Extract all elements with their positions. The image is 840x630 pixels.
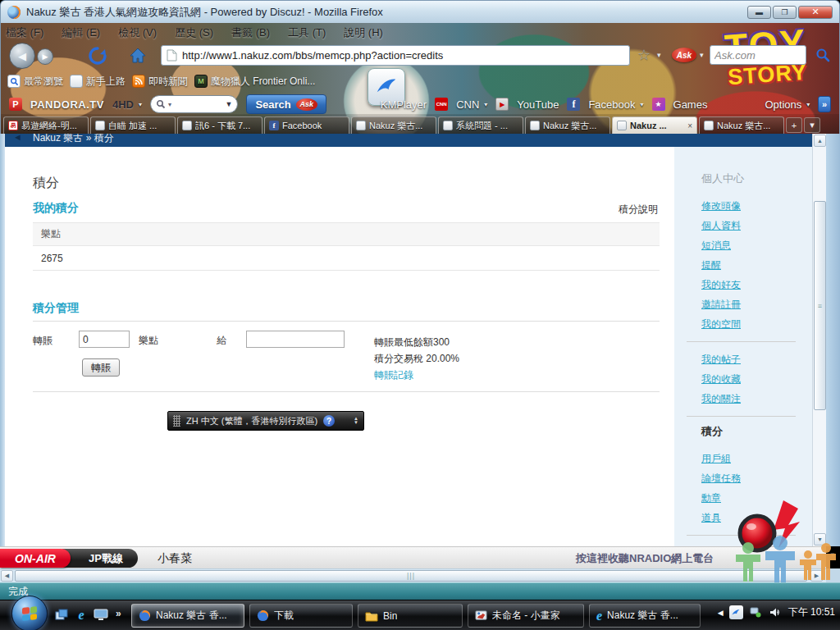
go-search-icon[interactable] xyxy=(815,48,830,66)
tab-aimbot[interactable]: 自瞄 加速 ... xyxy=(90,116,176,134)
close-button[interactable]: ✕ xyxy=(798,6,833,19)
bookmark-monster-hunter[interactable]: M魔物獵人 Frontier Onli... xyxy=(194,75,315,89)
tab-yoyo-network[interactable]: 易 易遊網絡-明... xyxy=(3,116,89,134)
drag-grip-icon[interactable] xyxy=(173,415,180,427)
bookmark-most-visited[interactable]: 最常瀏覽 xyxy=(7,75,63,89)
toolbar-item-cnn[interactable]: CNN xyxy=(456,98,479,111)
pandora-tv-brand[interactable]: PANDORA.TV xyxy=(30,98,104,111)
sidebar-link-favorites[interactable]: 我的收藏 xyxy=(701,369,812,389)
search-ask-button[interactable]: Search Ask xyxy=(246,94,326,114)
search-box[interactable] xyxy=(710,45,806,65)
minimize-button[interactable]: ▬ xyxy=(747,6,771,19)
toolbar-search-box[interactable]: ▾ ▼ xyxy=(150,95,238,113)
search-input[interactable] xyxy=(714,46,801,64)
scrollbar-thumb[interactable]: ≡ xyxy=(814,201,826,410)
help-icon[interactable]: ? xyxy=(323,415,335,427)
list-all-tabs-icon[interactable]: ▾ xyxy=(804,117,820,133)
sidebar-link-medals[interactable]: 勳章 xyxy=(701,488,812,508)
tray-network-icon[interactable] xyxy=(749,605,763,619)
chevron-down-icon[interactable]: ▾ xyxy=(484,101,487,108)
scroll-up-icon[interactable]: ▲ xyxy=(814,135,826,147)
toolbar-item-youtube[interactable]: YouTube xyxy=(517,98,559,111)
menu-history[interactable]: 歷史 (S) xyxy=(175,25,213,40)
tab-nakuz-1[interactable]: Nakuz 樂古... xyxy=(351,116,436,134)
start-button[interactable] xyxy=(11,596,48,630)
spinner-arrows-icon[interactable]: ▲▼ xyxy=(354,417,358,425)
bookmark-getting-started[interactable]: 新手上路 xyxy=(70,75,126,89)
tab-close-icon[interactable]: × xyxy=(687,121,692,130)
tab-download[interactable]: 訊6 - 下載 7... xyxy=(177,116,262,134)
scrollbar-thumb[interactable]: ||| xyxy=(15,570,807,582)
toolbar-item-games[interactable]: Games xyxy=(673,98,708,111)
tray-expand-icon[interactable]: ◀ xyxy=(718,609,724,617)
sidebar-link-avatar[interactable]: 修改頭像 xyxy=(701,196,812,216)
new-tab-button[interactable]: + xyxy=(786,117,802,133)
sidebar-link-tasks[interactable]: 論壇任務 xyxy=(701,468,812,488)
menu-edit[interactable]: 編輯 (E) xyxy=(62,25,100,40)
sidebar-link-reminders[interactable]: 提醒 xyxy=(701,255,812,275)
url-dropdown-icon[interactable]: ▾ xyxy=(657,51,661,59)
chevron-down-icon[interactable]: ▾ xyxy=(806,101,810,108)
chevron-down-icon[interactable]: ▾ xyxy=(139,101,142,108)
scroll-down-icon[interactable]: ▼ xyxy=(814,533,826,546)
quicklaunch-internet-explorer-icon[interactable]: e xyxy=(72,606,90,624)
menu-file[interactable]: 檔案 (F) xyxy=(6,25,43,40)
tray-volume-icon[interactable] xyxy=(769,605,783,619)
sidebar-link-posts[interactable]: 我的帖子 xyxy=(701,349,812,369)
chevron-down-icon[interactable]: ▼ xyxy=(225,100,232,108)
reload-icon[interactable] xyxy=(87,45,108,66)
quicklaunch-switch-windows-icon[interactable] xyxy=(52,606,71,624)
transfer-record-link[interactable]: 轉賬記錄 xyxy=(374,369,413,381)
taskbar-button-paint[interactable]: 未命名 - 小畫家 xyxy=(468,604,584,628)
menu-help[interactable]: 說明 (H) xyxy=(344,25,383,40)
menu-tools[interactable]: 工具 (T) xyxy=(288,25,326,40)
sidebar-link-invite[interactable]: 邀請註冊 xyxy=(701,294,812,314)
tab-nakuz-2[interactable]: Nakuz 樂古... xyxy=(525,116,610,134)
tab-nakuz-3[interactable]: Nakuz 樂古... xyxy=(699,116,784,134)
scroll-left-icon[interactable]: ◀ xyxy=(1,570,13,582)
ask-engine-icon[interactable]: Ask xyxy=(672,48,696,62)
tab-facebook[interactable]: f Facebook xyxy=(264,116,349,134)
toolbar-item-facebook[interactable]: Facebook xyxy=(588,98,635,111)
tray-kmplayer-icon[interactable] xyxy=(729,605,743,619)
engine-dropdown-icon[interactable]: ▾ xyxy=(700,51,704,59)
horizontal-scrollbar[interactable]: ◀ ||| ▶ xyxy=(0,568,826,582)
sidebar-link-messages[interactable]: 短消息 xyxy=(701,235,812,255)
sidebar-link-profile[interactable]: 個人資料 xyxy=(701,216,812,235)
taskbar-clock[interactable]: 下午 10:51 xyxy=(788,605,835,619)
toolbar-item-kmplayer[interactable]: KMPlayer xyxy=(381,98,427,111)
sidebar-link-usergroup[interactable]: 用戶組 xyxy=(701,449,812,468)
credits-help-link[interactable]: 積分說明 xyxy=(619,203,658,217)
home-icon[interactable] xyxy=(128,46,148,66)
bookmark-latest-news[interactable]: 即時新聞 xyxy=(132,75,188,89)
taskbar-button-firefox-nakuz[interactable]: Nakuz 樂古 香... xyxy=(131,604,244,628)
taskbar-button-ie-nakuz[interactable]: e Nakuz 樂古 香... xyxy=(589,604,701,628)
chevron-down-icon[interactable]: ▼ xyxy=(829,551,836,559)
url-bar[interactable] xyxy=(161,45,630,66)
menu-bookmarks[interactable]: 書籤 (B) xyxy=(231,25,270,40)
menu-view[interactable]: 檢視 (V) xyxy=(118,25,157,40)
language-selector-bar[interactable]: ZH 中文 (繁體，香港特別行政區) ? ▲▼ xyxy=(167,411,364,431)
sidebar-link-friends[interactable]: 我的好友 xyxy=(701,275,812,294)
transfer-amount-input[interactable] xyxy=(79,331,130,348)
taskbar-button-firefox-download[interactable]: 下載 xyxy=(249,604,353,628)
chevron-down-icon[interactable]: ▾ xyxy=(641,101,644,108)
quicklaunch-more-icon[interactable]: » xyxy=(116,608,121,619)
sidebar-link-follows[interactable]: 我的關注 xyxy=(701,389,812,409)
forward-button[interactable]: ▶ xyxy=(37,48,53,65)
scroll-right-icon[interactable]: ▶ xyxy=(810,570,823,582)
taskbar-button-bin[interactable]: Bin xyxy=(358,604,463,628)
toolbar-more-button[interactable]: » xyxy=(818,96,831,112)
back-button[interactable]: ◀ xyxy=(9,43,35,69)
transfer-button[interactable]: 轉賬 xyxy=(82,358,120,377)
breadcrumb[interactable]: Nakuz 樂古 » 積分 xyxy=(33,134,114,145)
tab-system-question[interactable]: 系統問題 - ... xyxy=(438,116,523,134)
url-input[interactable] xyxy=(182,49,624,62)
transfer-recipient-input[interactable] xyxy=(246,331,345,348)
tab-nakuz-active[interactable]: Nakuz ... × xyxy=(612,116,697,134)
maximize-button[interactable]: ❐ xyxy=(773,6,797,19)
toolbar-item-options[interactable]: Options xyxy=(765,98,801,111)
sidebar-link-space[interactable]: 我的空間 xyxy=(701,314,812,334)
vertical-scrollbar[interactable]: ▲ ≡ ▼ xyxy=(812,134,826,546)
quicklaunch-show-desktop-icon[interactable] xyxy=(92,606,110,624)
